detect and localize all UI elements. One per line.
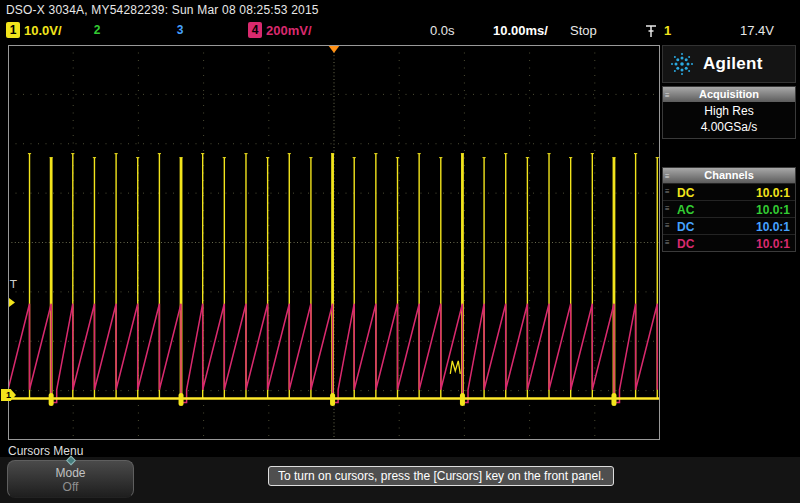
channel2-badge: 2 <box>90 22 104 38</box>
status-row: 1 10.0V/ 2 3 4 200mV/ 0.0s 10.00ms/ Stop… <box>0 20 800 42</box>
trigger-level-marker-label: T <box>9 278 17 291</box>
channel4-coupling: DC <box>677 237 694 251</box>
brand-logo: Agilent <box>662 45 796 83</box>
grip-icon: ≡ <box>665 221 670 230</box>
trigger-time-marker <box>328 45 340 53</box>
channel1-info-row: ≡ DC 10.0:1 <box>663 183 795 200</box>
channel3-coupling: DC <box>677 220 694 234</box>
channel1-scale: 10.0V/ <box>24 23 62 38</box>
channel3-info-row: ≡ DC 10.0:1 <box>663 217 795 234</box>
oscilloscope-screen: DSO-X 3034A, MY54282239: Sun Mar 08 08:2… <box>0 0 800 503</box>
acquisition-panel-header: ≡ Acquisition <box>663 87 795 102</box>
channel4-probe-ratio: 10.0:1 <box>756 237 790 251</box>
channel2-info-row: ≡ AC 10.0:1 <box>663 200 795 217</box>
channels-panel-header: ≡ Channels <box>663 168 795 183</box>
channel1-probe-ratio: 10.0:1 <box>756 186 790 200</box>
softkey-value: Off <box>8 480 133 494</box>
brand-name: Agilent <box>703 54 763 74</box>
waveform-plot: T <box>8 45 660 440</box>
acquisition-panel-title: Acquisition <box>699 88 759 100</box>
acquisition-mode: High Res <box>663 104 795 118</box>
grip-icon: ≡ <box>665 204 670 213</box>
channel4-info-row: ≡ DC 10.0:1 <box>663 234 795 251</box>
channel1-badge: 1 <box>6 22 20 38</box>
grip-icon: ≡ <box>665 169 670 184</box>
timebase-readout: 10.00ms/ <box>493 23 548 38</box>
channel4-scale: 200mV/ <box>266 23 312 38</box>
mode-softkey-button[interactable]: Mode Off <box>7 460 134 498</box>
sidebar: Agilent ≡ Acquisition High Res 4.00GSa/s… <box>662 45 796 441</box>
channel4-badge: 4 <box>248 22 262 38</box>
channel2-probe-ratio: 10.0:1 <box>756 203 790 217</box>
channels-panel: ≡ Channels ≡ DC 10.0:1 ≡ AC 10.0:1 ≡ DC … <box>662 167 796 252</box>
softkey-label: Mode <box>8 466 133 480</box>
grip-icon: ≡ <box>665 88 670 103</box>
sample-rate: 4.00GSa/s <box>663 120 795 134</box>
channel3-probe-ratio: 10.0:1 <box>756 220 790 234</box>
acquisition-panel: ≡ Acquisition High Res 4.00GSa/s <box>662 86 796 139</box>
cursor-hint-message: To turn on cursors, press the [Cursors] … <box>268 466 614 486</box>
agilent-spark-icon <box>669 51 695 77</box>
horizontal-delay-readout: 0.0s <box>430 23 455 38</box>
channels-panel-title: Channels <box>704 169 754 181</box>
channel3-badge: 3 <box>173 22 187 38</box>
grip-icon: ≡ <box>665 238 670 247</box>
run-state-readout: Stop <box>570 23 597 38</box>
channel1-coupling: DC <box>677 186 694 200</box>
trigger-source-readout: 1 <box>664 23 671 38</box>
trigger-mode-icon <box>645 24 657 43</box>
trigger-level-arrow-icon <box>9 298 15 307</box>
channel2-coupling: AC <box>677 203 694 217</box>
trigger-level-readout: 17.4V <box>740 23 774 38</box>
titlebar-text: DSO-X 3034A, MY54282239: Sun Mar 08 08:2… <box>6 3 319 17</box>
grip-icon: ≡ <box>665 187 670 196</box>
